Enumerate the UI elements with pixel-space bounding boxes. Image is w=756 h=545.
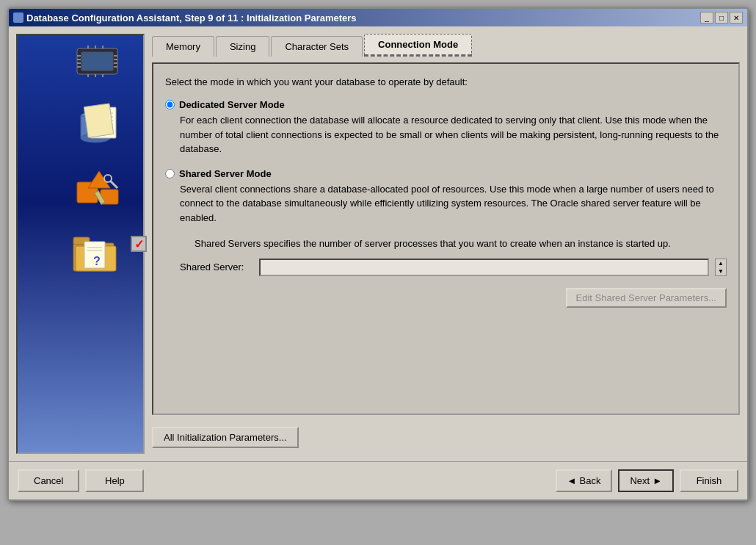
help-button[interactable]: Help <box>85 469 144 492</box>
svg-rect-1 <box>81 52 113 71</box>
tab-memory[interactable]: Memory <box>152 36 214 57</box>
svg-rect-25 <box>84 104 114 137</box>
title-bar: Database Configuration Assistant, Step 9… <box>9 9 747 26</box>
next-label: Next <box>630 475 650 486</box>
sidebar-item-folder: ? ✓ <box>25 230 136 274</box>
dedicated-server-option: Dedicated Server Mode For each client co… <box>165 99 727 156</box>
edit-shared-server-params-button[interactable]: Edit Shared Server Parameters... <box>566 288 727 308</box>
check-4: ✓ <box>131 236 147 252</box>
sidebar-item-shapes: ✓ <box>25 167 136 208</box>
next-arrow-icon: ► <box>653 475 662 486</box>
shared-server-input[interactable] <box>259 259 709 276</box>
svg-point-31 <box>104 175 112 182</box>
sidebar-item-documents: ✓ <box>25 101 136 145</box>
shared-server-option: Shared Server Mode Several client connec… <box>165 168 727 308</box>
svg-marker-27 <box>88 171 110 188</box>
shared-server-label[interactable]: Shared Server Mode <box>165 168 727 179</box>
tab-character-sets[interactable]: Character Sets <box>271 36 363 57</box>
tab-sizing[interactable]: Sizing <box>216 36 269 57</box>
dedicated-server-description: For each client connection the database … <box>180 113 727 156</box>
close-button[interactable]: ✕ <box>730 12 743 24</box>
next-button[interactable]: Next ► <box>618 469 674 492</box>
content-panel: Select the mode in which you want your d… <box>152 62 740 415</box>
edit-params-container: Edit Shared Server Parameters... <box>180 276 727 308</box>
svg-text:?: ? <box>93 255 101 267</box>
sidebar-item-chip: ✓ <box>25 43 136 79</box>
footer: Cancel Help ◄ Back Next ► Finish <box>9 461 747 499</box>
panel-description: Select the mode in which you want your d… <box>165 76 727 89</box>
svg-line-30 <box>110 181 117 188</box>
minimize-button[interactable]: _ <box>700 12 713 24</box>
finish-button[interactable]: Finish <box>680 469 738 492</box>
radio-group: Dedicated Server Mode For each client co… <box>165 99 727 308</box>
dedicated-server-radio[interactable] <box>165 100 175 109</box>
dedicated-server-label[interactable]: Dedicated Server Mode <box>165 99 727 110</box>
shared-server-radio[interactable] <box>165 169 175 178</box>
back-label: Back <box>579 475 600 486</box>
shared-servers-desc: Shared Servers specifies the number of s… <box>195 237 727 251</box>
sidebar: ✓ ✓ <box>16 34 145 454</box>
folder-icon: ? <box>70 230 128 274</box>
shared-server-row: Shared Server: ▲ ▼ <box>180 259 727 276</box>
tabs-container: Memory Sizing Character Sets Connection … <box>152 34 740 57</box>
shapes-icon <box>70 167 128 208</box>
footer-left: Cancel Help <box>18 469 144 492</box>
window-title: Database Configuration Assistant, Step 9… <box>26 12 357 24</box>
app-icon <box>13 12 23 23</box>
shared-server-field-label: Shared Server: <box>180 261 253 272</box>
document-icon <box>70 101 128 145</box>
maximize-button[interactable]: □ <box>715 12 728 24</box>
back-arrow-icon: ◄ <box>567 475 577 486</box>
all-initialization-params-button[interactable]: All Initialization Parameters... <box>152 427 299 448</box>
cancel-button[interactable]: Cancel <box>18 469 79 492</box>
spinner-up-button[interactable]: ▲ ▼ <box>715 259 727 276</box>
footer-right: ◄ Back Next ► Finish <box>556 469 738 492</box>
shared-server-section: Shared Servers specifies the number of s… <box>180 237 727 308</box>
back-button[interactable]: ◄ Back <box>556 469 613 492</box>
main-content: ✓ ✓ <box>9 26 747 461</box>
title-left: Database Configuration Assistant, Step 9… <box>13 12 357 24</box>
title-bar-buttons: _ □ ✕ <box>700 12 743 24</box>
bottom-section: All Initialization Parameters... <box>152 421 740 454</box>
right-panel: Memory Sizing Character Sets Connection … <box>152 34 740 454</box>
main-window: Database Configuration Assistant, Step 9… <box>7 7 749 501</box>
tab-connection-mode[interactable]: Connection Mode <box>364 34 472 57</box>
chip-icon <box>70 43 128 79</box>
shared-server-description: Several client connections share a datab… <box>180 182 727 225</box>
